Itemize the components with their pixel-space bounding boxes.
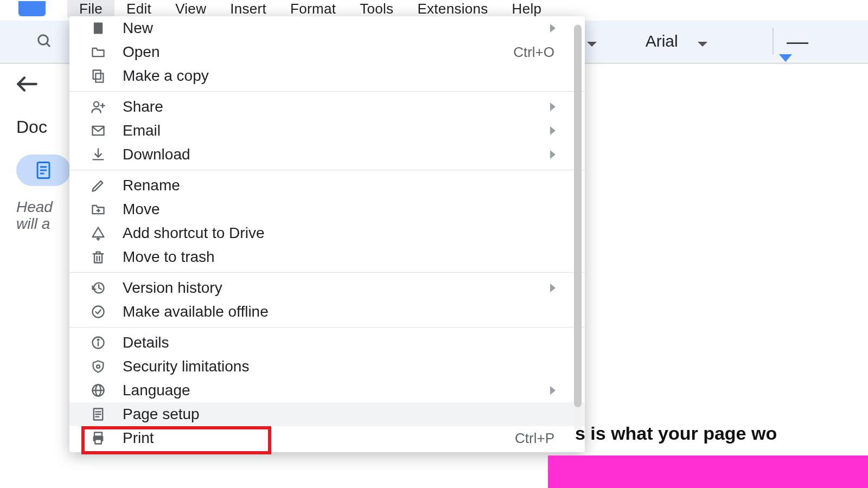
- menu-item-label: Rename: [123, 177, 563, 194]
- document-body-text: s is what your page wo: [575, 423, 777, 444]
- menu-item-print[interactable]: PrintCtrl+P: [69, 426, 585, 450]
- menu-item-make-available-offline[interactable]: Make available offline: [69, 300, 585, 324]
- menu-item-label: Make a copy: [123, 67, 563, 85]
- menubar: File Edit View Insert Format Tools Exten…: [0, 0, 868, 17]
- menu-item-shortcut: Ctrl+O: [513, 44, 563, 61]
- svg-point-31: [97, 365, 100, 368]
- dropdown-scrollbar-thumb[interactable]: [574, 25, 582, 407]
- outline-sidebar: Doc Head will a: [16, 76, 71, 233]
- doc-icon: [89, 21, 107, 36]
- download-icon: [89, 147, 107, 162]
- menu-item-rename[interactable]: Rename: [69, 174, 585, 197]
- drive-shortcut-icon: [89, 226, 107, 241]
- doc-outline-icon: [35, 161, 52, 179]
- page-setup-icon: [89, 407, 107, 422]
- menu-edit[interactable]: Edit: [114, 0, 163, 17]
- search-button[interactable]: [33, 29, 56, 53]
- copy-icon: [89, 68, 107, 84]
- submenu-arrow-icon: [550, 386, 556, 395]
- svg-line-1: [47, 43, 50, 47]
- svg-rect-41: [95, 439, 101, 444]
- menu-item-label: Page setup: [123, 406, 563, 423]
- menu-item-details[interactable]: Details: [69, 331, 585, 355]
- menu-item-label: New: [123, 20, 550, 37]
- menu-item-download[interactable]: Download: [69, 143, 585, 166]
- menu-file[interactable]: File: [67, 0, 114, 17]
- svg-point-30: [98, 339, 99, 341]
- mail-icon: [89, 123, 107, 138]
- menu-separator: [69, 272, 585, 273]
- menu-item-version-history[interactable]: Version history: [69, 276, 585, 300]
- folder-icon: [89, 44, 107, 60]
- toolbar-separator: [773, 28, 774, 55]
- dropdown-scrollbar[interactable]: [574, 24, 582, 431]
- menu-tools[interactable]: Tools: [348, 0, 405, 17]
- svg-point-27: [93, 306, 104, 318]
- ruler-indent-marker[interactable]: [779, 54, 792, 62]
- menu-help[interactable]: Help: [500, 0, 554, 17]
- submenu-arrow-icon: [550, 24, 556, 33]
- menu-item-label: Move: [123, 201, 563, 218]
- menu-item-email[interactable]: Email: [69, 119, 585, 143]
- svg-marker-19: [93, 228, 104, 237]
- svg-rect-10: [95, 30, 99, 31]
- pencil-icon: [89, 178, 107, 193]
- sidebar-title: Doc: [16, 117, 71, 137]
- font-dropdown-label: Arial: [646, 32, 678, 50]
- menu-extensions[interactable]: Extensions: [405, 0, 500, 17]
- menu-item-label: Security limitations: [123, 358, 563, 375]
- svg-rect-9: [95, 28, 100, 29]
- menu-item-label: Details: [123, 334, 563, 351]
- document-highlight-block: [548, 455, 868, 488]
- svg-rect-8: [95, 25, 100, 26]
- svg-rect-12: [93, 70, 101, 79]
- menu-item-label: Make available offline: [123, 303, 563, 320]
- decrease-button[interactable]: —: [787, 29, 808, 54]
- menu-item-security-limitations[interactable]: Security limitations: [69, 355, 585, 378]
- back-button[interactable]: [16, 76, 71, 92]
- offline-icon: [89, 304, 107, 319]
- menu-item-new[interactable]: New: [69, 16, 585, 40]
- menu-item-share[interactable]: Share: [69, 95, 585, 119]
- app-icon[interactable]: [18, 1, 46, 16]
- submenu-arrow-icon: [550, 126, 556, 135]
- menu-item-label: Version history: [123, 279, 550, 297]
- menu-item-label: Language: [123, 382, 550, 399]
- info-icon: [89, 335, 107, 350]
- person-add-icon: [89, 99, 107, 114]
- menu-item-open[interactable]: OpenCtrl+O: [69, 40, 585, 64]
- chevron-down-icon: [587, 42, 597, 47]
- outline-empty-hint: Head will a: [16, 199, 71, 233]
- print-icon: [89, 431, 107, 446]
- font-dropdown[interactable]: Arial: [646, 32, 707, 50]
- search-icon: [36, 33, 53, 49]
- chevron-down-icon: [698, 42, 707, 47]
- menu-item-label: Add shortcut to Drive: [123, 224, 563, 242]
- menu-item-label: Open: [123, 43, 513, 61]
- menu-view[interactable]: View: [163, 0, 218, 17]
- shield-icon: [89, 359, 107, 374]
- submenu-arrow-icon: [550, 284, 556, 292]
- trash-icon: [89, 249, 107, 265]
- menu-item-label: Print: [123, 429, 515, 447]
- file-menu-dropdown: NewOpenCtrl+OMake a copyShareEmailDownlo…: [69, 16, 585, 452]
- menu-format[interactable]: Format: [278, 0, 348, 17]
- menu-item-move[interactable]: Move: [69, 197, 585, 221]
- menu-item-label: Download: [123, 146, 550, 163]
- arrow-left-icon: [16, 76, 38, 92]
- menu-item-add-shortcut-to-drive[interactable]: Add shortcut to Drive: [69, 221, 585, 245]
- folder-move-icon: [89, 202, 107, 217]
- svg-rect-22: [94, 254, 102, 262]
- history-icon: [89, 280, 107, 296]
- svg-point-0: [39, 35, 48, 45]
- menu-insert[interactable]: Insert: [218, 0, 278, 17]
- menu-separator: [69, 91, 585, 92]
- menu-item-make-a-copy[interactable]: Make a copy: [69, 64, 585, 88]
- svg-rect-11: [95, 73, 103, 82]
- submenu-arrow-icon: [550, 150, 556, 159]
- menu-item-move-to-trash[interactable]: Move to trash: [69, 245, 585, 269]
- outline-toggle[interactable]: [16, 155, 71, 186]
- menu-item-label: Email: [123, 122, 550, 139]
- menu-item-page-setup[interactable]: Page setup: [69, 402, 585, 426]
- menu-item-language[interactable]: Language: [69, 378, 585, 402]
